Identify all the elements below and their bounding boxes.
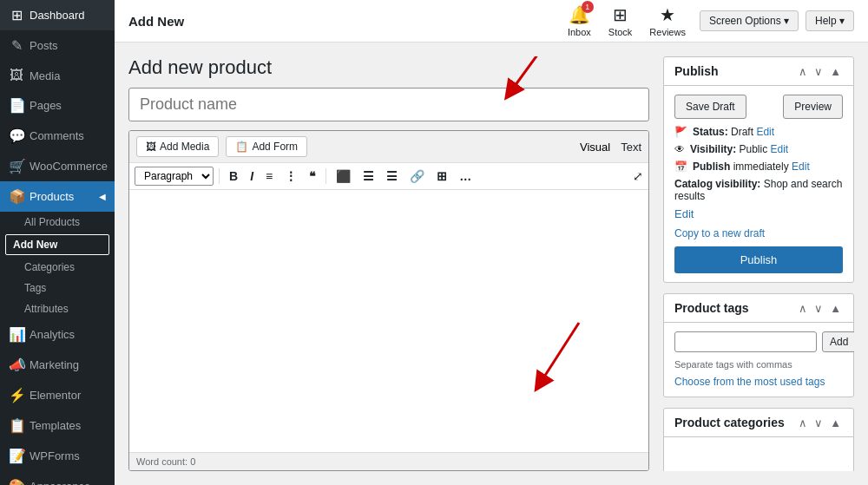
- product-name-section: [128, 88, 649, 121]
- editor-mode-toggle: Visual Text: [580, 141, 641, 154]
- sidebar-item-posts[interactable]: ✎ Posts: [0, 30, 115, 61]
- product-categories-header: Product categories ∧ ∨ ▲: [664, 409, 853, 437]
- add-media-button[interactable]: 🖼 Add Media: [136, 136, 219, 157]
- sidebar-item-comments[interactable]: 💬 Comments: [0, 121, 115, 151]
- appearance-icon: 🎨: [9, 478, 24, 485]
- help-button[interactable]: Help ▾: [806, 10, 854, 31]
- sidebar-item-pages[interactable]: 📄 Pages: [0, 90, 115, 121]
- status-edit-link[interactable]: Edit: [756, 126, 774, 138]
- tags-input-row: Add: [674, 331, 843, 352]
- sidebar-item-elementor[interactable]: ⚡ Elementor: [0, 380, 115, 410]
- sidebar-item-woocommerce[interactable]: 🛒 WooCommerce: [0, 151, 115, 181]
- link-button[interactable]: 🔗: [405, 167, 429, 185]
- publish-panel-header: Publish ∧ ∨ ▲: [664, 57, 853, 86]
- inbox-button[interactable]: 🔔 1 Inbox: [568, 4, 591, 37]
- visual-mode-tab[interactable]: Visual: [580, 141, 610, 154]
- editor-body[interactable]: [129, 190, 648, 452]
- editor-container: 🖼 Add Media 📋 Add Form Visual Text: [128, 130, 649, 471]
- product-tags-header: Product tags ∧ ∨ ▲: [664, 294, 853, 323]
- product-categories-controls: ∧ ∨ ▲: [797, 416, 843, 429]
- right-column: Publish ∧ ∨ ▲ Save Draft Preview 🚩 Statu…: [663, 56, 854, 471]
- left-column: Add new product: [128, 56, 649, 471]
- expand-button[interactable]: ⤢: [633, 169, 643, 183]
- sidebar-item-analytics[interactable]: 📊 Analytics: [0, 319, 115, 350]
- align-left-button[interactable]: ⬛: [332, 167, 355, 185]
- sidebar-sub-attributes[interactable]: Attributes: [0, 298, 115, 319]
- tags-panel-collapse-down[interactable]: ∨: [812, 302, 825, 315]
- preview-button[interactable]: Preview: [783, 95, 843, 119]
- categories-panel-minimize[interactable]: ▲: [828, 416, 843, 429]
- calendar-icon: 📅: [674, 161, 687, 173]
- product-tags-panel: Product tags ∧ ∨ ▲ Add Separate tags wit…: [663, 293, 854, 397]
- stock-icon: ⊞: [613, 4, 628, 25]
- sidebar-item-products[interactable]: 📦 Products ◀: [0, 181, 115, 212]
- align-right-button[interactable]: ☰: [382, 167, 402, 185]
- sidebar-item-marketing[interactable]: 📣 Marketing: [0, 350, 115, 380]
- catalog-edit-link[interactable]: Edit: [674, 207, 694, 220]
- sidebar-item-appearance[interactable]: 🎨 Appearance: [0, 471, 115, 485]
- sidebar-item-media[interactable]: 🖼 Media: [0, 61, 115, 90]
- tags-input[interactable]: [674, 331, 817, 352]
- publish-panel: Publish ∧ ∨ ▲ Save Draft Preview 🚩 Statu…: [663, 56, 854, 283]
- main-content: Add New 🔔 1 Inbox ⊞ Stock ★ Reviews Scre…: [115, 0, 868, 485]
- woocommerce-icon: 🛒: [9, 158, 24, 174]
- tags-panel-collapse-up[interactable]: ∧: [797, 302, 809, 315]
- screen-options-button[interactable]: Screen Options ▾: [700, 10, 799, 31]
- categories-panel-collapse-down[interactable]: ∨: [812, 416, 825, 429]
- choose-tags-link[interactable]: Choose from the most used tags: [674, 376, 825, 388]
- product-tags-body: Add Separate tags with commas Choose fro…: [664, 323, 853, 397]
- dashboard-icon: ⊞: [9, 7, 24, 23]
- visibility-row: 👁 Visibility: Public Edit: [674, 143, 843, 155]
- media-icon: 🖼: [9, 68, 24, 83]
- topbar-right: Screen Options ▾ Help ▾: [700, 10, 854, 31]
- unordered-list-button[interactable]: ≡: [261, 167, 277, 185]
- sidebar-sub-add-new[interactable]: Add New: [5, 234, 109, 255]
- add-tag-button[interactable]: Add: [822, 331, 854, 352]
- table-button[interactable]: ⊞: [432, 167, 451, 185]
- visibility-edit-link[interactable]: Edit: [771, 143, 789, 155]
- text-mode-tab[interactable]: Text: [621, 141, 641, 154]
- editor-footer: Word count: 0: [129, 452, 648, 470]
- more-button[interactable]: …: [455, 167, 476, 185]
- sidebar-item-dashboard[interactable]: ⊞ Dashboard: [0, 0, 115, 30]
- format-divider-2: [326, 168, 326, 184]
- content-area: Add new product: [115, 43, 868, 485]
- sidebar-item-templates[interactable]: 📋 Templates: [0, 410, 115, 441]
- save-draft-button[interactable]: Save Draft: [674, 95, 746, 119]
- pages-icon: 📄: [9, 97, 24, 114]
- sidebar-item-wpforms[interactable]: 📝 WPForms: [0, 441, 115, 471]
- product-name-input[interactable]: [128, 88, 649, 121]
- tags-panel-minimize[interactable]: ▲: [828, 302, 843, 315]
- visibility-icon: 👁: [674, 143, 685, 155]
- align-center-button[interactable]: ☰: [358, 167, 378, 185]
- inbox-badge: 1: [582, 1, 594, 13]
- page-title: Add new product: [128, 56, 649, 79]
- products-icon: 📦: [9, 188, 24, 205]
- wpforms-icon: 📝: [9, 448, 24, 464]
- sidebar-sub-all-products[interactable]: All Products: [0, 212, 115, 233]
- publish-actions-row: Save Draft Preview: [674, 95, 843, 119]
- add-form-icon: 📋: [235, 141, 248, 153]
- categories-panel-collapse-up[interactable]: ∧: [797, 416, 809, 429]
- sidebar-sub-tags[interactable]: Tags: [0, 278, 115, 298]
- panel-minimize[interactable]: ▲: [828, 65, 843, 78]
- sidebar-sub-categories[interactable]: Categories: [0, 257, 115, 278]
- ordered-list-button[interactable]: ⋮: [280, 167, 301, 185]
- stock-button[interactable]: ⊞ Stock: [608, 4, 633, 37]
- catalog-visibility-row: Catalog visibility: Shop and search resu…: [674, 178, 843, 202]
- italic-button[interactable]: I: [246, 167, 258, 185]
- publish-time-edit-link[interactable]: Edit: [792, 161, 810, 173]
- bold-button[interactable]: B: [225, 167, 242, 185]
- topbar-title: Add New: [128, 14, 554, 29]
- panel-collapse-down[interactable]: ∨: [812, 65, 825, 78]
- status-row: 🚩 Status: Draft Edit: [674, 126, 843, 138]
- add-media-icon: 🖼: [146, 141, 156, 153]
- add-form-button[interactable]: 📋 Add Form: [226, 136, 307, 157]
- blockquote-button[interactable]: ❝: [305, 167, 320, 185]
- publish-time-row: 📅 Publish immediately Edit: [674, 161, 843, 173]
- paragraph-select[interactable]: Paragraph: [135, 167, 214, 186]
- reviews-button[interactable]: ★ Reviews: [649, 4, 686, 37]
- copy-draft-link[interactable]: Copy to a new draft: [674, 227, 843, 239]
- publish-button[interactable]: Publish: [674, 246, 843, 273]
- panel-collapse-up[interactable]: ∧: [797, 65, 809, 78]
